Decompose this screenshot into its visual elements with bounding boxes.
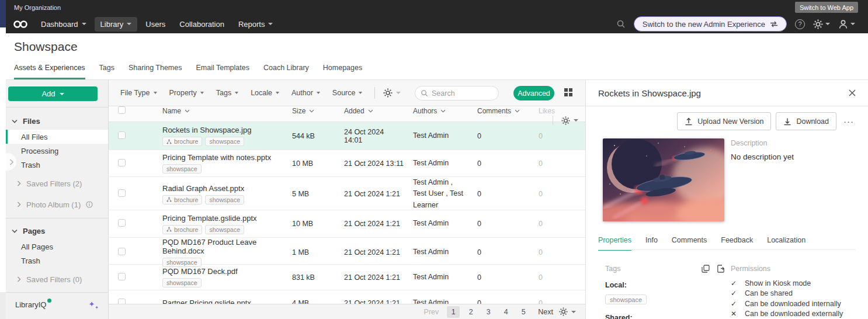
tab-homepages[interactable]: Homepages [323,64,362,79]
filter-property[interactable]: Property [169,89,204,97]
column-header-size[interactable]: Size [283,107,335,115]
sidebar-item-all-files[interactable]: All Files [6,130,108,144]
filter-tags[interactable]: Tags [216,89,238,97]
tag-chip[interactable]: brochure [162,225,202,234]
settings-menu[interactable] [813,19,830,29]
pagination-page-2[interactable]: 2 [464,306,477,318]
filter-file-type[interactable]: File Type [120,89,157,97]
nav-item-library[interactable]: Library [95,17,138,32]
pagination-prev[interactable]: Prev [424,308,439,316]
search-icon[interactable] [616,19,626,29]
help-icon[interactable]: ? [795,19,805,29]
nav-item-users[interactable]: Users [140,17,171,32]
tag-chip[interactable]: showspace [162,258,202,267]
sidebar-section-pages[interactable]: Pages [12,224,108,237]
pagination-page-5[interactable]: 5 [517,306,530,318]
tag-chip[interactable]: showspace [162,164,202,174]
sidebar-section-files[interactable]: Files [12,115,108,127]
row-checkbox[interactable] [118,248,126,255]
sidebar-item-saved-filters-pages[interactable]: Saved Filters (0) [6,272,108,286]
grid-view-icon[interactable] [564,88,573,97]
more-actions-button[interactable]: ··· [841,116,856,126]
add-button[interactable]: Add [8,86,98,101]
table-row[interactable]: Pricing Template.gslide.pptx brochure sh… [109,210,585,238]
table-row[interactable]: PQD MD167 Deck.pdf showspace 831 kB 21 O… [109,265,585,290]
nav-item-collaboration[interactable]: Collaboration [173,17,230,32]
tag-chip[interactable]: brochure [162,195,202,204]
column-header-name[interactable]: Name [153,107,283,115]
tab-assets-experiences[interactable]: Assets & Experiences [14,64,85,79]
asset-name[interactable]: PQD MD167 Product Leave Behind.docx [162,238,283,255]
advanced-search-button[interactable]: Advanced [513,86,554,100]
search-input[interactable] [432,89,493,98]
tag-chip[interactable]: showspace [605,294,647,304]
table-row[interactable]: PQD MD167 Product Leave Behind.docx show… [109,238,585,265]
sidebar-item-photo-album[interactable]: Photo Album (1) [6,197,108,211]
upload-new-version-button[interactable]: Upload New Version [677,112,771,130]
row-checkbox[interactable] [118,189,126,197]
copy-tags-icon[interactable] [702,265,710,273]
asset-name[interactable]: Radial Graph Asset.pptx [162,184,283,193]
tag-chip[interactable]: showspace [205,137,244,146]
tab-tags[interactable]: Tags [99,64,114,79]
sidebar-item-processing[interactable]: Processing [6,144,108,158]
download-button[interactable]: Download [776,112,836,130]
column-header-added[interactable]: Added [335,107,404,115]
tab-sharing-themes[interactable]: Sharing Themes [129,64,182,79]
pagination-settings-gear[interactable] [559,307,576,316]
row-checkbox[interactable] [118,131,126,139]
column-header-authors[interactable]: Authors [404,107,468,115]
close-icon[interactable] [849,89,856,96]
table-row[interactable]: Radial Graph Asset.pptx brochure showspa… [109,177,585,210]
filter-author[interactable]: Author [291,89,320,97]
detail-tab-properties[interactable]: Properties [598,236,631,251]
tab-email-templates[interactable]: Email Templates [196,64,249,79]
nav-item-dashboard[interactable]: Dashboard [35,17,92,32]
filter-locale[interactable]: Locale [251,89,279,97]
table-row[interactable]: Rockets in Showspace.jpg brochure showsp… [109,122,585,150]
detail-tab-localization[interactable]: Localization [767,236,805,251]
organization-name: My Organization [14,4,61,11]
asset-name[interactable]: Pricing Template with notes.pptx [162,153,283,162]
toolbar-settings-gear[interactable] [383,88,401,98]
column-header-likes[interactable]: Likes [529,107,564,115]
detail-tab-feedback[interactable]: Feedback [721,236,753,251]
pagination-page-4[interactable]: 4 [499,306,512,318]
filter-source[interactable]: Source [332,89,363,97]
pagination-next[interactable]: Next [538,308,553,316]
switch-admin-experience-button[interactable]: Switch to the new Admin Experience [634,16,787,32]
paste-tags-icon[interactable] [717,265,725,273]
row-checkbox[interactable] [118,273,126,280]
tab-coach-library[interactable]: Coach Library [263,64,309,79]
select-all-checkbox[interactable] [118,106,126,114]
seismic-logo-icon[interactable] [13,20,28,28]
column-header-comments[interactable]: Comments [468,107,529,115]
table-settings-gear[interactable] [529,116,585,125]
row-checkbox[interactable] [118,219,126,227]
tag-chip[interactable]: showspace [205,195,244,204]
chevron-down-icon [82,23,86,25]
asset-name[interactable]: Rockets in Showspace.jpg [162,126,283,134]
divider [374,87,375,99]
detail-tab-info[interactable]: Info [645,236,658,251]
table-row[interactable]: Pricing Template with notes.pptx showspa… [109,150,585,177]
sidebar-item-trash-files[interactable]: Trash [6,158,108,172]
tag-chip[interactable]: brochure [162,137,202,146]
sidebar-item-saved-filters-files[interactable]: Saved Filters (2) [6,176,108,190]
switch-to-web-app-button[interactable]: Switch to Web App [795,2,858,13]
detail-tab-comments[interactable]: Comments [672,236,707,251]
asset-name[interactable]: Pricing Template.gslide.pptx [162,214,283,223]
tag-chip[interactable]: showspace [162,278,202,287]
sidebar-item-trash-pages[interactable]: Trash [6,254,108,268]
user-account-menu[interactable] [838,19,855,29]
asset-thumbnail[interactable] [603,138,724,221]
pagination-page-3[interactable]: 3 [482,306,495,318]
libraryiq-row[interactable]: LibraryIQ ✦✦ [15,300,99,310]
sparkles-icon[interactable]: ✦✦ [88,300,99,310]
tag-chip[interactable]: showspace [205,225,244,234]
nav-item-reports[interactable]: Reports [232,17,279,32]
sidebar-item-all-pages[interactable]: All Pages [6,240,108,254]
asset-name[interactable]: PQD MD167 Deck.pdf [162,267,283,276]
pagination-page-1[interactable]: 1 [447,306,460,318]
row-checkbox[interactable] [118,159,126,167]
